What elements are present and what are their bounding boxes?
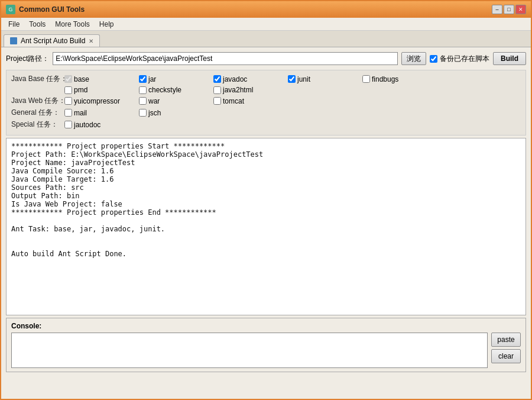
option-tomcat[interactable]: tomcat [213, 97, 278, 105]
checkbox-jsch[interactable] [139, 109, 147, 117]
app-icon: G [6, 5, 15, 14]
checkbox-findbugs[interactable] [362, 75, 370, 83]
checkbox-mail[interactable] [64, 109, 72, 117]
titlebar: G Common GUI Tools – □ ✕ [1, 1, 531, 18]
checkbox-pmd[interactable] [64, 86, 72, 94]
option-yuicompressor[interactable]: yuicompressor [64, 97, 129, 105]
checkbox-tomcat[interactable] [213, 97, 221, 105]
checkbox-jar[interactable] [139, 75, 147, 83]
browse-button[interactable]: 浏览 [401, 52, 426, 65]
paste-button[interactable]: paste [491, 333, 521, 347]
clear-button[interactable]: clear [491, 349, 521, 363]
option-java2html[interactable]: java2html [213, 86, 278, 94]
checkbox-jautodoc[interactable] [64, 121, 72, 128]
menubar: File Tools More Tools Help [1, 18, 531, 31]
general-task-row: General 任务： mail jsch [11, 108, 521, 118]
special-label: Special 任务： [11, 120, 64, 130]
menu-file[interactable]: File [4, 19, 24, 30]
option-mail[interactable]: mail [64, 109, 129, 117]
console-section: Console: paste clear [6, 318, 526, 372]
java-base-options-2: pmd checkstyle java2html [64, 86, 278, 94]
console-inner: paste clear [11, 333, 521, 368]
project-path-input[interactable] [53, 52, 398, 65]
java-base-task-row-2: pmd checkstyle java2html [11, 86, 521, 94]
option-base[interactable]: base [64, 75, 129, 83]
checkbox-base[interactable] [64, 75, 72, 83]
java-base-label: Java Base 任务： [11, 74, 64, 84]
console-label: Console: [11, 322, 521, 330]
checkbox-javadoc[interactable] [213, 75, 221, 83]
checkbox-checkstyle[interactable] [139, 86, 147, 94]
tab-close-button[interactable]: ✕ [89, 38, 93, 44]
option-junit[interactable]: junit [288, 75, 353, 83]
java-web-task-row: Java Web 任务： yuicompressor war tomca [11, 96, 521, 106]
java-base-options: base jar javadoc junit [64, 75, 427, 83]
menu-more-tools[interactable]: More Tools [50, 19, 94, 30]
project-path-row: Project路径： 浏览 备份已存在脚本 Build [6, 52, 526, 65]
option-javadoc[interactable]: javadoc [213, 75, 278, 83]
project-path-label: Project路径： [6, 54, 49, 64]
option-war[interactable]: war [139, 97, 204, 105]
checkbox-java2html[interactable] [213, 86, 221, 94]
option-jar[interactable]: jar [139, 75, 204, 83]
general-label: General 任务： [11, 108, 64, 118]
java-base-task-row: Java Base 任务： base jar javadoc [11, 74, 521, 84]
option-findbugs[interactable]: findbugs [362, 75, 427, 83]
tab-ant-script[interactable]: Ant Script Auto Build ✕ [4, 34, 100, 47]
special-task-row: Special 任务： jautodoc [11, 120, 521, 130]
general-options: mail jsch [64, 109, 204, 117]
minimize-button[interactable]: – [492, 5, 502, 14]
option-jsch[interactable]: jsch [139, 109, 204, 117]
maximize-button[interactable]: □ [504, 5, 514, 14]
menu-help[interactable]: Help [95, 19, 119, 30]
checkbox-junit[interactable] [288, 75, 296, 83]
output-area: ************ Project properties Start **… [6, 138, 526, 315]
backup-checkbox[interactable] [430, 55, 437, 63]
menu-tools[interactable]: Tools [24, 19, 50, 30]
checkbox-yuicompressor[interactable] [64, 97, 72, 105]
tab-label: Ant Script Auto Build [21, 37, 85, 45]
special-options: jautodoc [64, 121, 129, 129]
checkbox-war[interactable] [139, 97, 147, 105]
option-checkstyle[interactable]: checkstyle [139, 86, 204, 94]
console-input[interactable] [11, 333, 488, 368]
close-button[interactable]: ✕ [515, 5, 526, 14]
tabbar: Ant Script Auto Build ✕ [1, 31, 531, 47]
option-jautodoc[interactable]: jautodoc [64, 121, 129, 129]
java-web-options: yuicompressor war tomcat [64, 97, 278, 105]
option-pmd[interactable]: pmd [64, 86, 129, 94]
backup-checkbox-label: 备份已存在脚本 [430, 54, 489, 64]
console-buttons: paste clear [491, 333, 521, 363]
java-web-label: Java Web 任务： [11, 96, 64, 106]
build-button[interactable]: Build [493, 52, 526, 65]
tasks-section: Java Base 任务： base jar javadoc [6, 70, 526, 136]
tab-icon [10, 37, 17, 44]
app-title: Common GUI Tools [19, 5, 491, 14]
